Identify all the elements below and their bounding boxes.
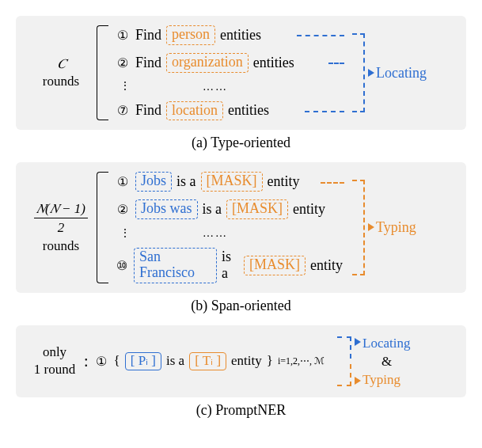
rounds-label-a: 𝐶 rounds — [25, 55, 97, 90]
circled-number: ② — [115, 202, 131, 218]
brace-b — [97, 172, 108, 283]
is-a-word: is a — [166, 353, 184, 369]
connector-a — [343, 25, 370, 120]
arrow-right-icon — [368, 223, 374, 231]
rounds-word-b: rounds — [43, 238, 79, 253]
is-a-word: is a — [176, 173, 196, 190]
index-subscript: i=1,2,⋯, ℳ — [278, 355, 324, 367]
left-brace: { — [114, 353, 120, 369]
entity-word: entity — [231, 353, 262, 369]
arrow-right-icon — [355, 338, 361, 346]
ampersand: & — [362, 353, 432, 370]
colon: : — [84, 352, 93, 370]
circled-number: ⑩ — [115, 257, 129, 273]
span-chip: Jobs — [135, 172, 172, 192]
panel-type-oriented: 𝐶 rounds ① Find person entities ② Find o… — [16, 16, 466, 130]
rows-b: ① Jobs is a [MASK] entity ② Jobs was is … — [115, 172, 343, 283]
span-chip: San Francisco — [134, 248, 217, 283]
find-word: Find — [135, 27, 161, 44]
entities-word: entities — [253, 55, 294, 71]
row-b-3: ⑩ San Francisco is a [MASK] entity — [115, 248, 343, 283]
type-slot-chip: [ Tᵢ ] — [189, 352, 226, 371]
rounds-label-b: 𝑁(𝑁 − 1) 2 rounds — [25, 200, 97, 254]
circled-number: ① — [115, 27, 131, 43]
connector-c — [324, 335, 356, 389]
output-typing-c: Typing — [362, 371, 432, 388]
brace-a — [97, 25, 108, 120]
ellipsis: …… — [135, 81, 343, 93]
connector-b — [343, 172, 370, 283]
entity-word: entity — [293, 201, 325, 218]
vdots: ⋮ — [115, 230, 131, 237]
row-b-1: ① Jobs is a [MASK] entity — [115, 172, 343, 192]
row-a-3: ⑦ Find location entities — [115, 101, 343, 121]
rounds-fraction: 𝑁(𝑁 − 1) 2 — [34, 200, 88, 237]
panel-span-oriented: 𝑁(𝑁 − 1) 2 rounds ① Jobs is a [MASK] ent… — [16, 162, 466, 292]
ellipsis: …… — [135, 227, 343, 240]
span-chip: Jobs was — [135, 199, 198, 219]
find-word: Find — [135, 55, 161, 71]
entity-type-chip: location — [166, 101, 223, 121]
rows-a: ① Find person entities ② Find organizati… — [115, 25, 343, 120]
frac-numerator: 𝑁(𝑁 − 1) — [34, 200, 88, 218]
right-brace: } — [267, 353, 273, 369]
one-round-word: 1 round — [34, 362, 75, 377]
circled-number: ② — [115, 55, 131, 70]
find-word: Find — [135, 102, 161, 119]
rounds-label-c: only 1 round — [25, 344, 84, 378]
arrow-right-icon — [355, 377, 361, 385]
caption-c: (c) PromptNER — [16, 402, 466, 419]
circled-number: ① — [115, 174, 131, 190]
output-locating-c: Locating — [362, 335, 432, 351]
mask-chip: [MASK] — [201, 172, 263, 192]
vdots: ⋮ — [115, 83, 131, 89]
row-a-1: ① Find person entities — [115, 25, 343, 45]
circled-number: ⑦ — [115, 103, 131, 119]
frac-denominator: 2 — [34, 218, 88, 237]
row-a-ellipsis: ⋮ …… — [115, 81, 343, 93]
caption-a: (a) Type-oriented — [16, 135, 466, 151]
is-a-word: is a — [222, 249, 239, 282]
rounds-var-c: 𝐶 — [57, 56, 66, 71]
output-c: Locating & Typing — [356, 335, 432, 389]
only-word: only — [43, 344, 66, 359]
entities-word: entities — [228, 102, 269, 119]
entity-word: entity — [310, 257, 343, 274]
panel-promptner: only 1 round : ① { [ Pᵢ ] is a [ Tᵢ ] en… — [16, 325, 466, 398]
caption-b: (b) Span-oriented — [16, 298, 466, 314]
entity-type-chip: person — [166, 25, 215, 45]
row-b-2: ② Jobs was is a [MASK] entity — [115, 199, 343, 219]
position-slot-chip: [ Pᵢ ] — [125, 352, 161, 371]
mask-chip: [MASK] — [226, 199, 288, 219]
rounds-word-a: rounds — [43, 74, 79, 89]
is-a-word: is a — [203, 201, 222, 218]
entity-type-chip: organization — [166, 53, 249, 73]
row-b-ellipsis: ⋮ …… — [115, 227, 343, 240]
row-a-2: ② Find organization entities — [115, 53, 343, 73]
mask-chip: [MASK] — [244, 256, 306, 275]
output-locating: Locating — [370, 65, 455, 82]
row-c: ① { [ Pᵢ ] is a [ Tᵢ ] entity } i=1,2,⋯,… — [93, 352, 325, 371]
arrow-right-icon — [368, 69, 374, 77]
entity-word: entity — [268, 173, 300, 190]
entities-word: entities — [220, 27, 261, 44]
output-typing: Typing — [370, 219, 455, 236]
circled-number: ① — [93, 353, 109, 369]
